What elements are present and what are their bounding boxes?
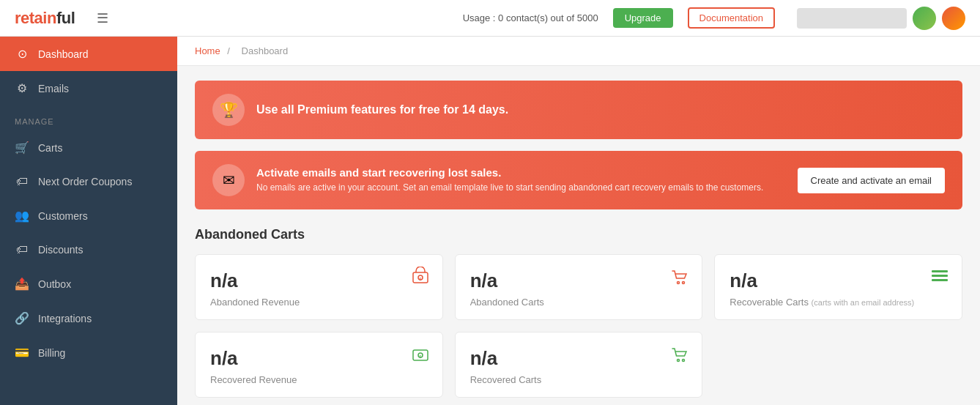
recovered-revenue-icon: $ [410,344,431,369]
svg-point-3 [678,282,680,284]
abandoned-carts-icon [669,267,690,291]
abandoned-carts-value: n/a [470,270,688,292]
sidebar-label-integrations: Integrations [38,313,92,324]
svg-point-11 [678,360,680,362]
sidebar-label-coupons: Next Order Coupons [38,176,132,187]
recovered-carts-label: Recovered Carts [470,374,688,385]
svg-rect-5 [932,270,948,272]
sidebar-item-integrations[interactable]: 🔗 Integrations [0,301,177,335]
recoverable-carts-label: Recoverable Carts (carts with an email a… [730,297,947,308]
sidebar-section-manage: MANAGE [0,105,177,130]
discounts-icon: 🏷 [15,243,29,256]
stat-card-abandoned-revenue: $ n/a Abandoned Revenue [195,254,443,320]
abandoned-revenue-value: n/a [210,270,428,292]
activate-banner-title: Activate emails and start recovering los… [256,166,786,179]
recoverable-carts-icon [929,267,950,291]
hamburger-icon[interactable]: ☰ [97,10,108,26]
email-icon: ✉ [212,164,245,196]
sidebar-label-billing: Billing [38,347,65,359]
abandoned-revenue-label: Abandoned Revenue [210,297,428,308]
sidebar-item-outbox[interactable]: 📤 Outbox [0,267,177,301]
sidebar-label-customers: Customers [38,210,88,222]
abandoned-carts-label: Abandoned Carts [470,297,688,308]
sidebar-item-billing[interactable]: 💳 Billing [0,335,177,370]
customers-icon: 👥 [15,209,29,223]
sidebar-item-carts[interactable]: 🛒 Carts [0,130,177,165]
usage-text: Usage : 0 contact(s) out of 5000 [463,12,598,23]
upgrade-button[interactable]: Upgrade [613,8,673,28]
premium-banner-text: Use all Premium features for free for 14… [256,103,508,116]
abandoned-carts-title: Abandoned Carts [195,227,962,242]
sidebar-label-emails: Emails [38,83,69,94]
dashboard-icon: ⊙ [15,47,29,61]
abandoned-revenue-icon: $ [410,267,431,291]
recovered-revenue-value: n/a [210,347,428,370]
stat-card-recoverable-carts: n/a Recoverable Carts (carts with an ema… [714,254,962,320]
svg-text:$: $ [419,277,421,281]
stat-card-abandoned-carts: n/a Abandoned Carts [455,254,703,320]
recovered-carts-value: n/a [470,347,688,370]
stats-grid: $ n/a Abandoned Revenue [195,254,962,398]
recoverable-carts-value: n/a [730,270,947,292]
avatar-green [913,7,936,30]
sidebar-item-emails[interactable]: ⚙ Emails [0,71,177,105]
sidebar-item-dashboard[interactable]: ⊙ Dashboard [0,37,177,71]
create-activate-button[interactable]: Create and activate an email [798,168,945,193]
breadcrumb-current: Dashboard [242,45,289,56]
premium-banner: 🏆 Use all Premium features for free for … [195,81,962,139]
sidebar-label-outbox: Outbox [38,278,71,290]
breadcrumb-separator: / [227,45,230,56]
breadcrumb: Home / Dashboard [177,37,980,66]
user-search-input[interactable] [797,8,907,29]
integrations-icon: 🔗 [15,311,29,325]
logo: retainful [15,9,75,28]
breadcrumb-home[interactable]: Home [195,45,220,56]
activate-banner-description: No emails are active in your account. Se… [256,182,786,194]
content-inner: 🏆 Use all Premium features for free for … [177,66,980,405]
documentation-button[interactable]: Documentation [688,7,775,29]
avatar-orange [942,7,965,30]
user-area [797,7,965,30]
recovered-revenue-label: Recovered Revenue [210,374,428,385]
sidebar-item-customers[interactable]: 👥 Customers [0,198,177,233]
sidebar: ⊙ Dashboard ⚙ Emails MANAGE 🛒 Carts 🏷 Ne… [0,37,177,405]
svg-rect-6 [932,275,948,277]
carts-icon: 🛒 [15,141,29,155]
svg-point-4 [683,282,685,284]
main-layout: ⊙ Dashboard ⚙ Emails MANAGE 🛒 Carts 🏷 Ne… [0,37,980,405]
sidebar-label-discounts: Discounts [38,244,83,256]
sidebar-label-carts: Carts [38,142,62,154]
topbar: retainful ☰ Usage : 0 contact(s) out of … [0,0,980,37]
stat-card-recovered-revenue: $ n/a Recovered Revenue [195,332,443,398]
stat-card-recovered-carts: n/a Recovered Carts [455,332,703,398]
activate-banner: ✉ Activate emails and start recovering l… [195,151,962,209]
svg-text:$: $ [419,354,421,359]
sidebar-label-dashboard: Dashboard [38,48,89,60]
svg-point-12 [683,360,685,362]
recovered-carts-icon [669,344,690,369]
activate-banner-text: Activate emails and start recovering los… [256,166,786,194]
content-area: Home / Dashboard 🏆 Use all Premium featu… [177,37,980,405]
svg-rect-7 [932,279,948,281]
sidebar-item-next-order-coupons[interactable]: 🏷 Next Order Coupons [0,165,177,198]
emails-icon: ⚙ [15,81,29,95]
coupons-icon: 🏷 [15,175,29,188]
billing-icon: 💳 [15,346,29,360]
sidebar-item-discounts[interactable]: 🏷 Discounts [0,233,177,267]
trophy-icon: 🏆 [212,94,245,126]
outbox-icon: 📤 [15,277,29,291]
recoverable-carts-sublabel: (carts with an email address) [812,298,915,307]
